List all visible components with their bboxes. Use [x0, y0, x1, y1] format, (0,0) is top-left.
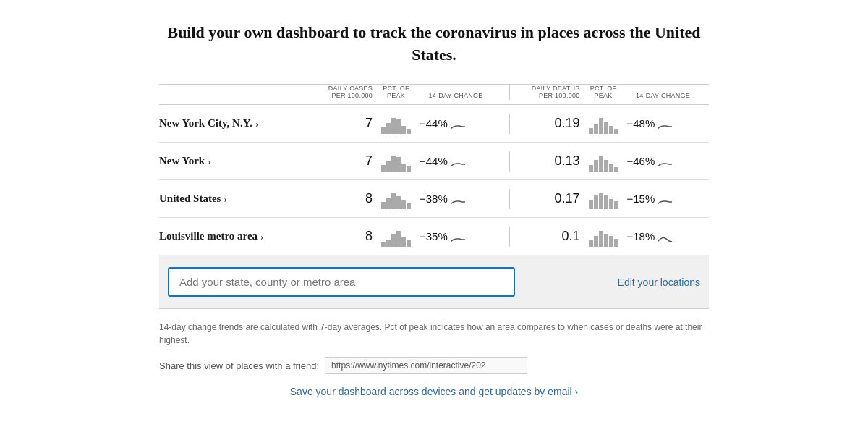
- cases-value: 8: [318, 191, 373, 206]
- deaths-trend-icon: [658, 195, 673, 203]
- location-search-input[interactable]: [168, 267, 515, 297]
- deaths-bar: [580, 114, 627, 134]
- location-name[interactable]: Louisville metro area ›: [159, 230, 318, 242]
- cases-bar: [373, 227, 420, 247]
- deaths-trend-icon: [658, 120, 673, 127]
- edit-locations-link[interactable]: Edit your locations: [618, 276, 700, 288]
- deaths-per100k-header: DAILY DEATHSPER 100,000: [519, 85, 580, 101]
- main-container: Build your own dashboard to track the co…: [159, 22, 709, 397]
- location-arrow-icon: ›: [260, 231, 263, 242]
- cases-trend-icon: [451, 233, 467, 240]
- cases-change: −44%: [420, 155, 492, 167]
- deaths-value: 0.17: [519, 191, 580, 206]
- deaths-bar: [580, 151, 627, 172]
- footnote-text: 14-day change trends are calculated with…: [159, 321, 709, 347]
- cases-trend-icon: [451, 120, 467, 127]
- cases-change: −35%: [420, 230, 492, 242]
- deaths-change: −46%: [627, 155, 699, 167]
- cases-bar: [373, 151, 420, 172]
- share-url-input[interactable]: [325, 357, 527, 374]
- cases-per100k-header: DAILY CASESPER 100,000: [318, 85, 373, 101]
- cases-group: 7 −44%: [318, 114, 509, 134]
- add-location-row: Edit your locations: [159, 255, 709, 309]
- data-table: DAILY CASESPER 100,000 PCT. OFPEAK 14-DA…: [159, 84, 709, 310]
- deaths-14day-header: 14-DAY CHANGE: [627, 92, 699, 100]
- cases-change: −38%: [420, 193, 492, 205]
- table-row[interactable]: New York › 7 −44% 0.13 −46%: [159, 143, 709, 180]
- cases-header-group: DAILY CASESPER 100,000 PCT. OFPEAK 14-DA…: [318, 85, 509, 101]
- cases-14day-header: 14-DAY CHANGE: [420, 92, 492, 100]
- location-arrow-icon: ›: [224, 193, 226, 205]
- cases-trend-icon: [451, 158, 467, 165]
- cases-value: 8: [318, 229, 373, 244]
- deaths-bar: [580, 227, 627, 247]
- cases-trend-icon: [451, 195, 467, 203]
- deaths-header-group: DAILY DEATHSPER 100,000 PCT. OFPEAK 14-D…: [509, 85, 710, 101]
- table-row[interactable]: New York City, N.Y. › 7 −44% 0.19 −48%: [159, 105, 709, 143]
- cases-bar: [373, 189, 420, 209]
- cases-value: 7: [318, 116, 373, 131]
- cases-group: 8 −35%: [318, 227, 509, 247]
- cases-pct-peak-header: PCT. OFPEAK: [373, 85, 420, 101]
- deaths-change: −48%: [627, 117, 699, 130]
- cases-group: 7 −44%: [318, 151, 509, 172]
- deaths-group: 0.17 −15%: [509, 189, 710, 209]
- location-arrow-icon: ›: [208, 156, 210, 167]
- table-row[interactable]: Louisville metro area › 8 −35% 0.1 −18%: [159, 218, 709, 255]
- table-rows: New York City, N.Y. › 7 −44% 0.19 −48%: [159, 105, 709, 255]
- deaths-pct-peak-header: PCT. OFPEAK: [580, 85, 627, 101]
- deaths-trend-icon: [658, 158, 673, 165]
- deaths-group: 0.19 −48%: [509, 114, 710, 134]
- cases-value: 7: [318, 153, 373, 169]
- location-arrow-icon: ›: [255, 118, 258, 130]
- cases-bar: [373, 114, 420, 134]
- deaths-bar: [580, 189, 627, 209]
- deaths-value: 0.13: [519, 153, 580, 169]
- cases-group: 8 −38%: [318, 189, 509, 209]
- deaths-group: 0.13 −46%: [509, 151, 710, 172]
- page-headline: Build your own dashboard to track the co…: [159, 22, 709, 67]
- location-name[interactable]: New York City, N.Y. ›: [159, 117, 318, 130]
- share-label: Share this view of places with a friend:: [159, 360, 319, 371]
- deaths-value: 0.1: [519, 229, 580, 244]
- share-row: Share this view of places with a friend:: [159, 357, 709, 374]
- deaths-trend-icon: [658, 233, 673, 240]
- location-name[interactable]: New York ›: [159, 155, 318, 167]
- deaths-value: 0.19: [519, 116, 580, 131]
- deaths-change: −15%: [627, 193, 699, 205]
- save-dashboard-link[interactable]: Save your dashboard across devices and g…: [159, 386, 709, 397]
- location-name[interactable]: United States ›: [159, 193, 318, 205]
- cases-change: −44%: [420, 117, 492, 130]
- table-headers: DAILY CASESPER 100,000 PCT. OFPEAK 14-DA…: [159, 85, 709, 106]
- deaths-group: 0.1 −18%: [509, 227, 710, 247]
- table-row[interactable]: United States › 8 −38% 0.17 −15%: [159, 180, 709, 218]
- deaths-change: −18%: [627, 230, 699, 242]
